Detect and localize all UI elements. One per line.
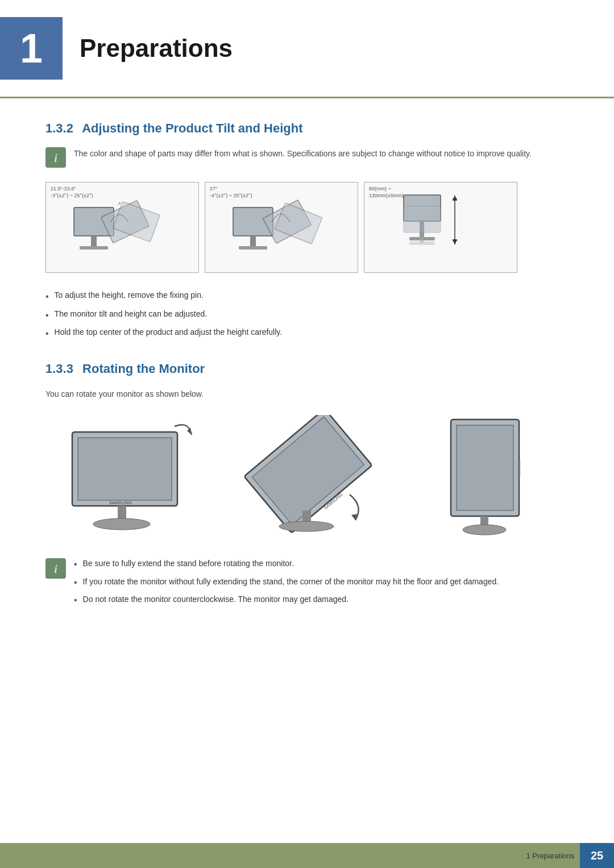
svg-marker-20 bbox=[453, 195, 457, 201]
svg-text:↗: ↗ bbox=[117, 201, 121, 206]
chapter-number-block: 1 bbox=[0, 17, 63, 80]
svg-text:i: i bbox=[54, 562, 57, 576]
svg-rect-37 bbox=[457, 425, 513, 510]
svg-rect-10 bbox=[239, 246, 267, 250]
page-header: 1 Preparations bbox=[0, 0, 614, 98]
section-132: 1.3.2 Adjusting the Product Tilt and Hei… bbox=[45, 121, 569, 341]
diagram-height: 80(mm) ~130mm(±5mm) bbox=[364, 182, 517, 273]
svg-rect-17 bbox=[420, 232, 424, 243]
svg-point-40 bbox=[463, 525, 506, 535]
note-icon-2: i bbox=[45, 558, 66, 579]
section-132-bullets: To adjust the height, remove the fixing … bbox=[45, 289, 569, 341]
chapter-number: 1 bbox=[20, 25, 43, 72]
svg-point-27 bbox=[93, 518, 150, 530]
section-132-id: 1.3.2 bbox=[45, 121, 73, 135]
section-132-note: i The color and shape of parts may diffe… bbox=[45, 147, 569, 168]
svg-rect-16 bbox=[404, 206, 441, 232]
main-content: 1.3.2 Adjusting the Product Tilt and Hei… bbox=[0, 121, 614, 611]
svg-rect-18 bbox=[409, 242, 435, 245]
svg-rect-38 bbox=[518, 460, 520, 477]
section-132-note-text: The color and shape of parts may differ … bbox=[74, 147, 532, 160]
section-133-title: Rotating the Monitor bbox=[82, 362, 205, 376]
section-133-notes: i Be sure to fully extend the stand befo… bbox=[45, 557, 569, 611]
section-132-diagrams: 21.5"-23.6"-3°(±2°) ~ 25°(±2°) bbox=[45, 182, 569, 273]
svg-rect-9 bbox=[250, 236, 256, 247]
note-bullet-item: If you rotate the monitor without fully … bbox=[74, 575, 569, 590]
bullet-item: To adjust the height, remove the fixing … bbox=[45, 289, 569, 304]
chapter-title: Preparations bbox=[80, 17, 233, 63]
svg-text:i: i bbox=[54, 151, 57, 165]
rotation-diagram-1: SAMSUNG bbox=[45, 415, 212, 540]
section-132-title: Adjusting the Product Tilt and Height bbox=[82, 121, 302, 135]
section-133-description: You can rotate your monitor as shown bel… bbox=[45, 388, 569, 400]
page-footer: 1 Preparations 25 bbox=[0, 843, 614, 868]
svg-text:SAMSUNG: SAMSUNG bbox=[109, 500, 131, 505]
section-133-heading: 1.3.3 Rotating the Monitor bbox=[45, 362, 569, 376]
footer-page-number: 25 bbox=[580, 843, 614, 868]
svg-point-34 bbox=[279, 521, 334, 531]
rotation-diagram-2: SAMSUNG bbox=[223, 415, 390, 540]
rotation-diagram-3 bbox=[402, 415, 569, 540]
svg-rect-31 bbox=[252, 417, 364, 525]
section-133-bullets: Be sure to fully extend the stand before… bbox=[74, 557, 569, 611]
svg-rect-25 bbox=[78, 438, 172, 500]
footer-text: 1 Preparations bbox=[526, 852, 580, 860]
svg-rect-4 bbox=[80, 246, 108, 250]
rotation-diagrams: SAMSUNG SAMSUNG bbox=[45, 415, 569, 540]
diagram2-label: 27"-4°(±2°) ~ 25°(±2°) bbox=[210, 186, 252, 199]
diagram1-label: 21.5"-23.6"-3°(±2°) ~ 25°(±2°) bbox=[51, 186, 93, 199]
note-bullet-item: Be sure to fully extend the stand before… bbox=[74, 557, 569, 572]
note-bullet-item: Do not rotate the monitor counterclockwi… bbox=[74, 593, 569, 608]
diagram-tilt-large: 27"-4°(±2°) ~ 25°(±2°) bbox=[205, 182, 358, 273]
section-133-id: 1.3.3 bbox=[45, 362, 73, 376]
bullet-item: The monitor tilt and height can be adjus… bbox=[45, 308, 569, 323]
diagram-tilt-small: 21.5"-23.6"-3°(±2°) ~ 25°(±2°) bbox=[45, 182, 199, 273]
svg-rect-3 bbox=[91, 236, 97, 247]
bullet-item: Hold the top center of the product and a… bbox=[45, 326, 569, 341]
note-icon-1: i bbox=[45, 147, 66, 168]
diagram3-label: 80(mm) ~130mm(±5mm) bbox=[369, 186, 404, 199]
section-132-heading: 1.3.2 Adjusting the Product Tilt and Hei… bbox=[45, 121, 569, 136]
section-133: 1.3.3 Rotating the Monitor You can rotat… bbox=[45, 362, 569, 611]
